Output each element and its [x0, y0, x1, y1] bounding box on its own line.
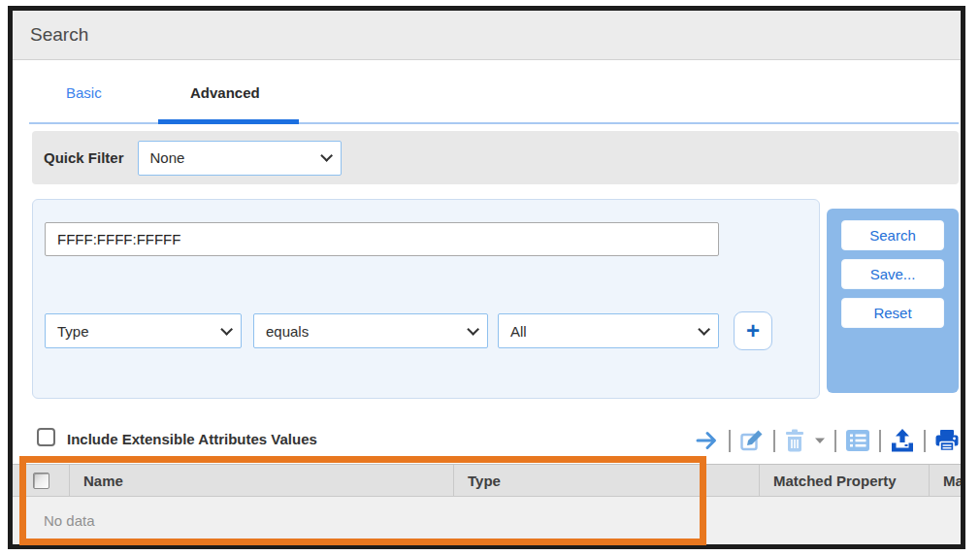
tab-bar: Basic Advanced — [13, 61, 961, 123]
add-condition-button[interactable]: + — [734, 311, 772, 350]
delete-icon[interactable] — [784, 429, 805, 452]
column-header-type[interactable]: Type — [454, 465, 760, 496]
table-empty-row: No data — [13, 497, 961, 544]
chevron-down-icon — [467, 323, 479, 336]
apply-arrow-icon[interactable] — [695, 429, 720, 452]
dialog-titlebar: Search — [13, 11, 961, 60]
tab-basic[interactable]: Basic — [66, 84, 102, 101]
column-header-name[interactable]: Name — [70, 465, 454, 496]
toolbar-separator — [879, 430, 881, 452]
column-header-matched-property[interactable]: Matched Property — [760, 465, 930, 496]
table-columns-icon[interactable] — [845, 429, 870, 452]
quick-filter-label: Quick Filter — [44, 149, 124, 166]
results-table-header: Name Type Matched Property Mat — [13, 464, 961, 497]
quick-filter-selected-value: None — [150, 149, 185, 166]
toolbar-separator — [834, 430, 836, 452]
no-data-text: No data — [44, 512, 95, 529]
chevron-down-icon — [220, 323, 233, 336]
condition-row: Type equals All + — [33, 313, 819, 348]
plus-icon: + — [746, 319, 760, 343]
toolbar-separator — [729, 430, 731, 452]
toolbar-separator — [773, 430, 775, 452]
tab-active-indicator — [158, 119, 299, 124]
delete-dropdown-caret-icon[interactable] — [814, 437, 826, 444]
results-toolbar — [695, 419, 960, 462]
search-button[interactable]: Search — [841, 220, 944, 250]
tab-advanced[interactable]: Advanced — [190, 84, 260, 101]
include-ea-checkbox[interactable] — [37, 428, 55, 446]
operator-select[interactable]: equals — [253, 313, 488, 348]
select-all-cell — [13, 465, 70, 496]
search-query-input[interactable] — [45, 222, 719, 256]
operator-selected-value: equals — [266, 323, 309, 340]
quick-filter-select[interactable]: None — [138, 141, 342, 176]
field-selected-value: Type — [57, 323, 89, 340]
value-select[interactable]: All — [498, 313, 719, 348]
search-builder-panel: Type equals All + — [32, 199, 820, 399]
chevron-down-icon — [320, 149, 333, 162]
column-header-matched-value-truncated[interactable]: Mat — [930, 465, 961, 496]
reset-button[interactable]: Reset — [841, 298, 944, 328]
search-dialog-window: Search Basic Advanced Quick Filter None … — [8, 6, 965, 549]
value-selected-value: All — [510, 323, 527, 340]
actions-panel: Search Save... Reset — [827, 209, 959, 393]
quick-filter-bar: Quick Filter None — [32, 131, 959, 184]
save-button[interactable]: Save... — [841, 259, 944, 289]
chevron-down-icon — [698, 323, 710, 336]
include-ea-label: Include Extensible Attributes Values — [67, 431, 317, 447]
toolbar-separator — [924, 430, 926, 452]
print-icon[interactable] — [934, 429, 960, 452]
edit-icon[interactable] — [739, 428, 765, 453]
page-title: Search — [30, 24, 88, 46]
select-all-checkbox[interactable] — [33, 473, 49, 489]
upload-icon[interactable] — [890, 428, 915, 453]
field-select[interactable]: Type — [45, 313, 242, 348]
